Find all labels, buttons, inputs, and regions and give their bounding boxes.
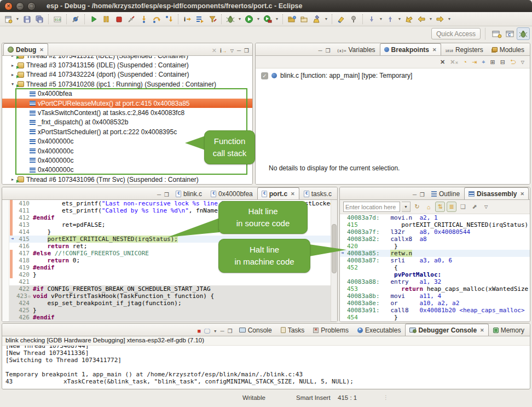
step-over-icon[interactable] <box>151 13 163 25</box>
expander-icon[interactable]: ▸ <box>10 63 15 68</box>
collapse-all-icon[interactable]: ⊟ <box>500 59 505 66</box>
show-breakpoints-supported-icon[interactable]: ◔ <box>463 59 467 65</box>
view-tab[interactable]: Breakpoints ✕ <box>380 43 441 55</box>
editor-scrollbar[interactable] <box>331 200 337 322</box>
run-launch-icon[interactable] <box>243 13 255 25</box>
expand-all-icon[interactable]: ⊞ <box>490 59 495 66</box>
run-launch-dropdown[interactable]: ▼ <box>256 13 261 25</box>
console-tab[interactable]: Executables ✕ <box>353 324 405 336</box>
external-tools-icon[interactable] <box>262 13 274 25</box>
disassembly-listing[interactable]: 40083a7d: movi.n a2, 1 415 portEXIT_CRIT… <box>340 214 530 322</box>
mark-occurrences-icon[interactable] <box>335 13 347 25</box>
location-input[interactable]: Enter location here <box>343 202 400 212</box>
resume-icon[interactable] <box>88 13 100 25</box>
expander-icon[interactable]: ▸ <box>10 72 15 77</box>
new-wizard-icon[interactable] <box>2 13 14 25</box>
open-element-icon[interactable] <box>298 13 310 25</box>
terminate-icon[interactable]: ■ <box>197 328 201 334</box>
expander-icon[interactable]: ▾ <box>10 82 15 87</box>
save-all-icon[interactable] <box>33 13 45 25</box>
stack-row[interactable]: vTaskSwitchContext() at tasks.c:2,846 0x… <box>2 108 252 117</box>
display-console-icon[interactable]: 🖵 <box>204 328 210 334</box>
next-annotation-icon[interactable] <box>366 13 378 25</box>
minimize-icon[interactable]: ─ <box>157 192 161 198</box>
save-icon[interactable] <box>21 13 33 25</box>
expander-icon[interactable]: ▸ <box>10 177 15 182</box>
stack-row[interactable]: ▸ Thread #2 1073411312 (IDLE) (Suspended… <box>2 56 252 60</box>
maximize-icon[interactable]: ❒ <box>326 48 331 54</box>
remove-all-breakpoints-icon[interactable]: ✕✕ <box>450 59 458 66</box>
home-icon[interactable]: ⌂ <box>424 202 433 212</box>
minimize-icon[interactable]: ─ <box>319 48 322 54</box>
view-menu-icon[interactable]: ▽ <box>481 202 491 212</box>
maximize-icon[interactable]: ❒ <box>164 192 169 198</box>
stack-row[interactable]: _frxt_dispatch() at 0x4008532b <box>2 118 252 127</box>
back-dropdown[interactable]: ▼ <box>428 13 433 25</box>
search-icon[interactable] <box>311 13 323 25</box>
last-edit-location-icon[interactable] <box>403 13 415 25</box>
window-maximize-button[interactable]: ▢ <box>27 2 36 10</box>
editor-tab[interactable]: port.c ✕ <box>257 187 299 199</box>
view-tab[interactable]: Variables ✕ <box>333 43 380 55</box>
view-tab[interactable]: Registers ✕ <box>441 43 488 55</box>
go-to-file-icon[interactable]: ⇥ <box>472 59 477 66</box>
step-into-icon[interactable] <box>138 13 150 25</box>
previous-annotation-dropdown[interactable]: ▼ <box>397 13 402 25</box>
debug-perspective-icon[interactable] <box>517 27 530 40</box>
export-icon[interactable]: ⬈ <box>470 202 479 212</box>
maximize-icon[interactable]: ❒ <box>228 328 233 334</box>
close-icon[interactable]: ✕ <box>432 47 437 53</box>
debug-tree[interactable]: ▸ Thread #2 1073411312 (IDLE) (Suspended… <box>2 56 252 185</box>
search-dropdown[interactable]: ▼ <box>323 13 329 25</box>
next-annotation-dropdown[interactable]: ▼ <box>378 13 384 25</box>
skip-all-breakpoints-icon[interactable]: ⌖ <box>482 59 485 66</box>
close-icon[interactable]: ✕ <box>480 328 484 333</box>
close-icon[interactable]: ✕ <box>520 191 524 197</box>
minimize-icon[interactable]: ─ <box>221 328 224 334</box>
breakpoint-row[interactable]: ✓ blink.c [function: app_main] [type: Te… <box>256 68 530 79</box>
show-console-icon[interactable] <box>194 13 206 25</box>
window-close-button[interactable]: ✕ <box>4 2 13 10</box>
suspend-icon[interactable] <box>100 13 112 25</box>
back-icon[interactable] <box>415 13 427 25</box>
console-tab[interactable]: Console ✕ <box>235 324 276 336</box>
stack-row[interactable]: vPortCPUReleaseMutex() at port.c:415 0x4… <box>2 99 252 108</box>
editor-tab[interactable]: 0x4000bfea ✕ <box>206 187 257 199</box>
debug-launch-dropdown[interactable]: ▼ <box>237 13 242 25</box>
instruction-stepping-icon[interactable]: i <box>181 13 193 25</box>
view-menu-icon[interactable]: ▽ <box>521 60 524 65</box>
annotation-ruler[interactable] <box>2 200 9 322</box>
disconnect-icon[interactable] <box>125 13 137 25</box>
close-icon[interactable]: ✕ <box>39 47 44 53</box>
new-wizard-dropdown[interactable]: ▼ <box>15 13 20 25</box>
remove-breakpoint-icon[interactable]: ✕ <box>440 59 445 66</box>
binary-counter-icon[interactable]: 010 <box>51 13 63 25</box>
expander-icon[interactable]: ▸ <box>10 56 15 58</box>
maximize-icon[interactable]: ❒ <box>420 192 425 198</box>
stack-row[interactable]: ▸ Thread #6 1073431096 (Tmr Svc) (Suspen… <box>2 175 252 184</box>
console-tab[interactable]: Debugger Console ✕ <box>405 324 488 336</box>
window-minimize-button[interactable]: ─ <box>16 2 24 10</box>
console-dropdown-icon[interactable]: ▼ <box>213 329 217 333</box>
previous-annotation-icon[interactable] <box>384 13 396 25</box>
console-tab[interactable]: Memory ✕ <box>489 324 529 336</box>
tab-debug[interactable]: Debug ✕ <box>3 43 48 55</box>
editor-tab[interactable]: tasks.c ✕ <box>299 187 336 199</box>
refresh-icon[interactable]: ↻ <box>412 202 422 212</box>
view-tab[interactable]: Modules ✕ <box>488 43 529 55</box>
stack-row[interactable]: ▾ Thread #5 1073410208 (ipc1 : Running) … <box>2 79 252 89</box>
remove-terminated-icon[interactable]: ✕ <box>212 48 217 54</box>
console-tab[interactable]: Problems ✕ <box>309 324 353 336</box>
stack-row[interactable]: 0x4000bfea <box>2 89 252 99</box>
new-view-icon[interactable]: ❏ <box>458 202 468 212</box>
follow-pc-icon[interactable]: ⇅ <box>435 202 445 212</box>
new-project-icon[interactable] <box>286 13 298 25</box>
location-dropdown-icon[interactable]: ▼ <box>402 202 410 212</box>
close-icon[interactable]: ✕ <box>291 191 295 197</box>
skip-all-breakpoints-icon[interactable] <box>70 13 82 25</box>
forward-icon[interactable] <box>434 13 446 25</box>
view-tab[interactable]: Outline ✕ <box>427 187 464 199</box>
show-source-icon[interactable]: ≣ <box>447 202 456 212</box>
minimize-icon[interactable]: ─ <box>237 48 241 54</box>
maximize-icon[interactable]: ❒ <box>244 48 249 54</box>
